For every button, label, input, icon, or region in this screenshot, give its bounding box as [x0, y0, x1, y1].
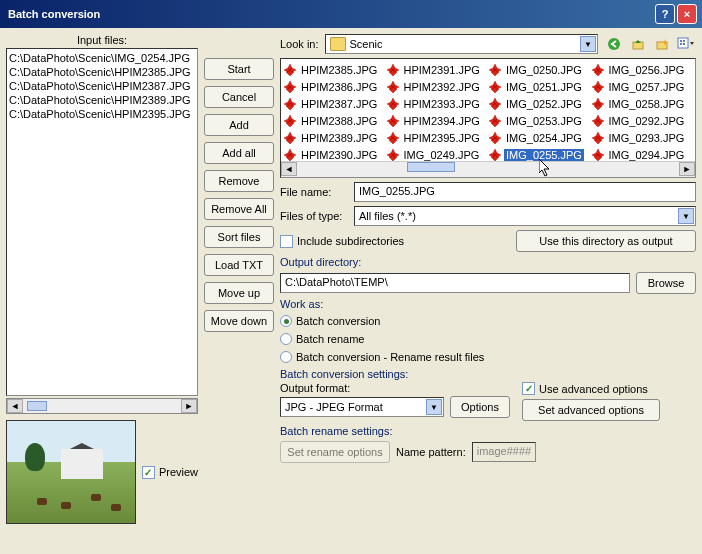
- scroll-left-icon[interactable]: ◄: [281, 162, 297, 176]
- file-hscrollbar[interactable]: ◄ ►: [281, 161, 695, 177]
- look-in-label: Look in:: [280, 38, 319, 50]
- image-file-icon: [488, 97, 502, 111]
- image-file-icon: [283, 114, 297, 128]
- file-item[interactable]: HPIM2388.JPG: [283, 112, 386, 129]
- file-item[interactable]: IMG_0293.JPG: [591, 129, 694, 146]
- file-item[interactable]: IMG_0250.JPG: [488, 61, 591, 78]
- folder-icon: [330, 37, 346, 51]
- filename-label: File name:: [280, 186, 348, 198]
- filename-input[interactable]: IMG_0255.JPG: [354, 182, 696, 202]
- output-format-combo[interactable]: JPG - JPEG Format ▼: [280, 397, 444, 417]
- list-item[interactable]: C:\DataPhoto\Scenic\HPIM2389.JPG: [9, 93, 195, 107]
- list-item[interactable]: C:\DataPhoto\Scenic\IMG_0254.JPG: [9, 51, 195, 65]
- scroll-thumb[interactable]: [407, 162, 455, 172]
- radio-icon: [280, 333, 292, 345]
- list-hscrollbar[interactable]: ◄ ►: [6, 398, 198, 414]
- file-item[interactable]: IMG_0254.JPG: [488, 129, 591, 146]
- file-item[interactable]: IMG_0253.JPG: [488, 112, 591, 129]
- image-file-icon: [283, 131, 297, 145]
- file-item[interactable]: HPIM2386.JPG: [283, 78, 386, 95]
- include-sub-checkbox[interactable]: Include subdirectories: [280, 235, 404, 248]
- file-item[interactable]: HPIM2391.JPG: [386, 61, 489, 78]
- svg-rect-1: [633, 42, 643, 49]
- file-item[interactable]: IMG_0256.JPG: [591, 61, 694, 78]
- file-item[interactable]: IMG_0252.JPG: [488, 95, 591, 112]
- file-item[interactable]: HPIM2392.JPG: [386, 78, 489, 95]
- scroll-thumb[interactable]: [27, 401, 47, 411]
- radio-icon: [280, 351, 292, 363]
- set-adv-button[interactable]: Set advanced options: [522, 399, 660, 421]
- chevron-down-icon[interactable]: ▼: [678, 208, 694, 224]
- workas-batch-rename[interactable]: Batch rename: [280, 333, 696, 345]
- remove-all-button[interactable]: Remove All: [204, 198, 274, 220]
- svg-rect-5: [680, 43, 682, 45]
- view-menu-icon[interactable]: [676, 34, 696, 54]
- work-as-label: Work as:: [280, 298, 696, 310]
- file-item[interactable]: HPIM2387.JPG: [283, 95, 386, 112]
- list-item[interactable]: C:\DataPhoto\Scenic\HPIM2387.JPG: [9, 79, 195, 93]
- list-item[interactable]: C:\DataPhoto\Scenic\HPIM2385.JPG: [9, 65, 195, 79]
- list-item[interactable]: C:\DataPhoto\Scenic\HPIM2395.JPG: [9, 107, 195, 121]
- image-file-icon: [488, 114, 502, 128]
- preview-label: Preview: [159, 466, 198, 478]
- window-title: Batch conversion: [4, 8, 654, 20]
- image-file-icon: [591, 63, 605, 77]
- image-file-icon: [591, 114, 605, 128]
- output-dir-input[interactable]: C:\DataPhoto\TEMP\: [280, 273, 630, 293]
- filetype-label: Files of type:: [280, 210, 348, 222]
- cancel-button[interactable]: Cancel: [204, 86, 274, 108]
- image-file-icon: [488, 148, 502, 162]
- up-folder-icon[interactable]: [628, 34, 648, 54]
- svg-rect-6: [683, 40, 685, 42]
- start-button[interactable]: Start: [204, 58, 274, 80]
- workas-batch-conv[interactable]: Batch conversion: [280, 315, 696, 327]
- workas-batch-conv-rename[interactable]: Batch conversion - Rename result files: [280, 351, 696, 363]
- use-adv-checkbox[interactable]: ✓ Use advanced options: [522, 382, 696, 395]
- add-all-button[interactable]: Add all: [204, 142, 274, 164]
- scroll-right-icon[interactable]: ►: [181, 399, 197, 413]
- file-item[interactable]: IMG_0292.JPG: [591, 112, 694, 129]
- radio-icon: [280, 315, 292, 327]
- file-item[interactable]: IMG_0251.JPG: [488, 78, 591, 95]
- input-files-list[interactable]: C:\DataPhoto\Scenic\IMG_0254.JPG C:\Data…: [6, 48, 198, 396]
- browse-button[interactable]: Browse: [636, 272, 696, 294]
- chevron-down-icon[interactable]: ▼: [426, 399, 442, 415]
- new-folder-icon[interactable]: [652, 34, 672, 54]
- file-item[interactable]: IMG_0257.JPG: [591, 78, 694, 95]
- file-browser[interactable]: HPIM2385.JPGHPIM2391.JPGIMG_0250.JPGIMG_…: [280, 58, 696, 178]
- file-item[interactable]: HPIM2393.JPG: [386, 95, 489, 112]
- look-in-combo[interactable]: Scenic ▼: [325, 34, 598, 54]
- use-dir-button[interactable]: Use this directory as output: [516, 230, 696, 252]
- scroll-left-icon[interactable]: ◄: [7, 399, 23, 413]
- image-file-icon: [283, 97, 297, 111]
- outfmt-label: Output format:: [280, 382, 510, 394]
- chevron-down-icon[interactable]: ▼: [580, 36, 596, 52]
- remove-button[interactable]: Remove: [204, 170, 274, 192]
- sort-files-button[interactable]: Sort files: [204, 226, 274, 248]
- file-item[interactable]: HPIM2389.JPG: [283, 129, 386, 146]
- image-file-icon: [488, 80, 502, 94]
- preview-checkbox[interactable]: ✓ Preview: [142, 466, 198, 479]
- preview-image: [6, 420, 136, 524]
- close-button[interactable]: ×: [677, 4, 697, 24]
- move-down-button[interactable]: Move down: [204, 310, 274, 332]
- filetype-combo[interactable]: All files (*.*) ▼: [354, 206, 696, 226]
- file-item[interactable]: HPIM2395.JPG: [386, 129, 489, 146]
- checkbox-icon: [280, 235, 293, 248]
- load-txt-button[interactable]: Load TXT: [204, 254, 274, 276]
- back-icon[interactable]: [604, 34, 624, 54]
- image-file-icon: [591, 97, 605, 111]
- scroll-right-icon[interactable]: ►: [679, 162, 695, 176]
- add-button[interactable]: Add: [204, 114, 274, 136]
- file-item[interactable]: HPIM2385.JPG: [283, 61, 386, 78]
- image-file-icon: [591, 80, 605, 94]
- move-up-button[interactable]: Move up: [204, 282, 274, 304]
- help-button[interactable]: ?: [655, 4, 675, 24]
- image-file-icon: [386, 63, 400, 77]
- output-dir-label: Output directory:: [280, 256, 696, 268]
- file-item[interactable]: HPIM2394.JPG: [386, 112, 489, 129]
- svg-rect-4: [680, 40, 682, 42]
- file-item[interactable]: IMG_0258.JPG: [591, 95, 694, 112]
- options-button[interactable]: Options: [450, 396, 510, 418]
- bcs-label: Batch conversion settings:: [280, 368, 510, 380]
